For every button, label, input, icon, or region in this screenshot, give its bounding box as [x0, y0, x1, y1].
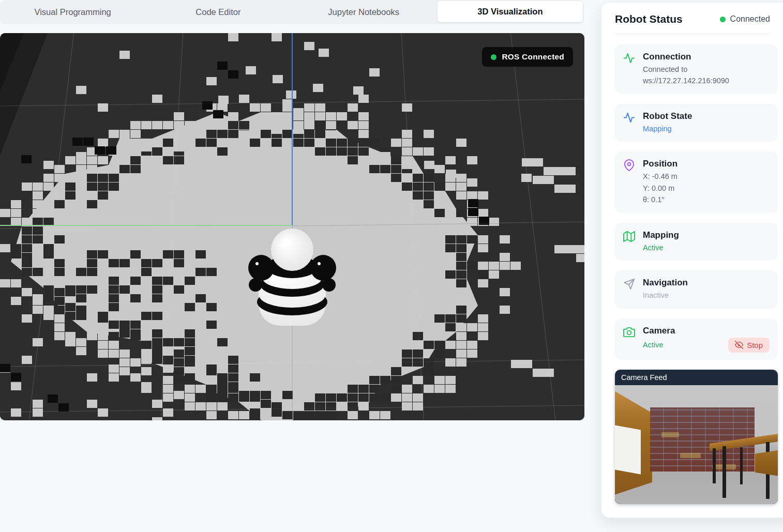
map-pin-icon: [623, 159, 636, 205]
brick-patch: [661, 432, 679, 437]
navigation-icon: [623, 278, 636, 301]
card-navigation: Navigation Inactive: [615, 270, 778, 308]
card-connection: Connection Connected to ws://172.27.142.…: [615, 44, 778, 94]
ros-badge-label: ROS Connected: [502, 52, 564, 62]
card-line: Active: [643, 242, 770, 253]
ros-status-badge: ROS Connected: [482, 47, 573, 67]
connection-status-label: Connected: [730, 14, 770, 24]
occupancy-grid-canvas[interactable]: [0, 33, 584, 420]
camera-feed-title: Camera Feed: [615, 370, 778, 385]
activity-icon: [623, 52, 636, 87]
tab-jupyter-notebooks[interactable]: Jupyter Notebooks: [291, 0, 436, 24]
stop-button-label: Stop: [747, 341, 763, 349]
robot-status-panel: Robot Status Connected Connection Connec…: [601, 2, 783, 518]
position-y: Y: 0.00 m: [643, 183, 770, 194]
card-line: ws://172.27.142.216:9090: [643, 75, 770, 86]
eye-off-icon: [735, 341, 743, 349]
window: [615, 425, 641, 474]
card-title: Robot State: [643, 111, 770, 121]
card-title: Connection: [643, 52, 770, 62]
status-dot-icon: [491, 54, 496, 60]
map-icon: [623, 230, 636, 253]
card-title: Mapping: [643, 230, 770, 240]
card-line: Inactive: [643, 290, 770, 301]
card-robot-state: Robot State Mapping: [615, 104, 778, 142]
camera-feed-image: [615, 385, 778, 504]
tab-visual-programming[interactable]: Visual Programming: [0, 0, 145, 24]
card-position: Position X: -0.46 m Y: 0.00 m θ: 0.1°: [615, 151, 778, 212]
table-leg: [722, 446, 726, 498]
card-mapping: Mapping Active: [615, 223, 778, 261]
camera-icon: [623, 326, 636, 353]
tab-bar: Visual Programming Code Editor Jupyter N…: [0, 0, 584, 24]
position-theta: θ: 0.1°: [643, 194, 770, 205]
table-leg: [713, 448, 716, 483]
wooden-wall: [615, 391, 652, 495]
panel-title: Robot Status: [615, 13, 683, 25]
card-title: Camera: [643, 326, 770, 336]
position-x: X: -0.46 m: [643, 171, 770, 182]
brick-patch: [680, 453, 701, 458]
card-camera: Camera Active Stop: [615, 318, 778, 360]
activity-icon: [623, 111, 636, 134]
tab-code-editor[interactable]: Code Editor: [145, 0, 291, 24]
tab-3d-visualization[interactable]: 3D Visualization: [438, 1, 583, 22]
status-dot-icon: [720, 17, 726, 22]
camera-stop-button[interactable]: Stop: [728, 338, 770, 353]
card-title: Position: [643, 159, 770, 169]
table-leg: [740, 447, 743, 484]
card-line: Active: [643, 339, 664, 351]
cabinet: [755, 450, 778, 476]
card-line: Connected to: [643, 64, 770, 75]
camera-feed-panel: Camera Feed: [615, 370, 778, 504]
robot-status-header: Robot Status Connected: [615, 13, 770, 34]
connection-status-pill: Connected: [720, 14, 770, 24]
card-line: Mapping: [643, 123, 770, 134]
3d-viewport[interactable]: ROS Connected: [0, 33, 584, 420]
card-title: Navigation: [643, 278, 770, 288]
